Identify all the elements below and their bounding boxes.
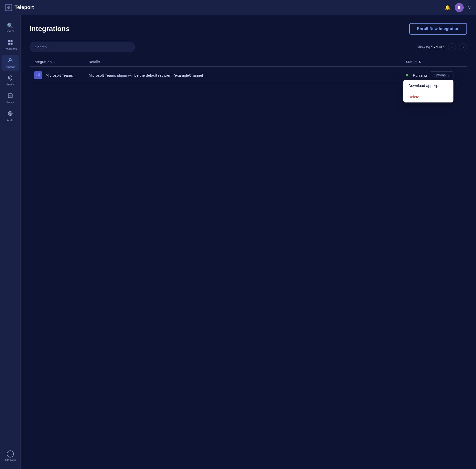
sidebar-item-audit[interactable]: Audit	[2, 108, 19, 124]
status-cell: Running Options ∨ Download app.zip	[402, 67, 467, 84]
table-body: Microsoft Teams Microsoft Teams plugin w…	[30, 67, 467, 84]
sidebar-item-identity[interactable]: Identity	[2, 73, 19, 88]
status-dot	[406, 74, 408, 76]
delete-item[interactable]: Delete...	[403, 91, 453, 102]
table-row: Microsoft Teams Microsoft Teams plugin w…	[30, 67, 467, 84]
search-icon: 🔍	[7, 23, 13, 29]
sidebar: 🔍 Search Resources	[0, 15, 21, 469]
download-app-zip-item[interactable]: Download app.zip	[403, 80, 453, 91]
svg-rect-6	[8, 94, 12, 98]
column-header-status[interactable]: Status ⇅	[402, 57, 467, 67]
app-name: Teleport	[15, 5, 34, 10]
logo-area: ⚙ Teleport	[5, 4, 34, 11]
sidebar-label-audit: Audit	[7, 119, 13, 122]
sidebar-label-resources: Resources	[4, 47, 17, 50]
svg-rect-3	[11, 43, 13, 45]
add-new-icon: +	[7, 450, 14, 457]
sidebar-label-identity: Identity	[6, 83, 15, 86]
status-text: Running	[413, 73, 427, 77]
audit-icon	[8, 111, 13, 118]
column-integration-label: Integration	[34, 60, 52, 64]
main-content: Integrations Enroll New Integration Show…	[21, 15, 476, 469]
pagination: Showing 1 - 1 of 1 ← →	[417, 43, 467, 51]
bell-icon[interactable]: 🔔	[444, 5, 451, 11]
svg-point-5	[10, 77, 11, 78]
svg-point-4	[9, 58, 11, 60]
svg-point-15	[39, 73, 40, 74]
pagination-next-button[interactable]: →	[459, 43, 467, 51]
sort-both-icon: ⇅	[419, 61, 421, 64]
svg-rect-0	[8, 40, 10, 42]
sidebar-item-search[interactable]: 🔍 Search	[2, 20, 19, 35]
sidebar-label-search: Search	[6, 30, 15, 33]
integration-name: Microsoft Teams	[46, 73, 73, 77]
options-button[interactable]: Options ∨	[430, 71, 453, 79]
column-header-details: Details	[85, 57, 402, 67]
pagination-prev-button[interactable]: ←	[448, 43, 456, 51]
identity-icon	[8, 75, 13, 82]
page-header: Integrations Enroll New Integration	[30, 23, 467, 35]
access-icon	[8, 57, 13, 64]
sidebar-item-resources[interactable]: Resources	[2, 37, 19, 53]
sort-asc-icon: ↑	[54, 61, 55, 64]
svg-rect-1	[11, 40, 13, 42]
sidebar-label-policy: Policy	[7, 101, 14, 104]
chevron-down-icon[interactable]: ∨	[468, 5, 471, 10]
user-avatar[interactable]: E	[455, 3, 464, 12]
details-cell: Microsoft Teams plugin will be the defau…	[85, 67, 402, 84]
table-header: Integration ↑ Details Status ⇅	[30, 57, 467, 67]
column-status-label: Status	[406, 60, 417, 64]
toolbar: Showing 1 - 1 of 1 ← →	[30, 42, 467, 52]
options-chevron-icon: ∨	[447, 73, 450, 77]
main-layout: 🔍 Search Resources	[0, 15, 476, 469]
gear-icon: ⚙	[7, 5, 10, 10]
logo-icon: ⚙	[5, 4, 12, 11]
policy-icon	[8, 93, 13, 100]
column-header-integration[interactable]: Integration ↑	[30, 57, 85, 67]
topnav: ⚙ Teleport 🔔 E ∨	[0, 0, 476, 15]
integration-details: Microsoft Teams plugin will be the defau…	[89, 73, 204, 77]
sidebar-item-add-new[interactable]: + Add New	[2, 448, 19, 464]
ms-teams-icon	[34, 71, 43, 80]
svg-rect-2	[8, 43, 10, 45]
enroll-new-integration-button[interactable]: Enroll New Integration	[409, 23, 467, 35]
resources-icon	[8, 40, 13, 46]
integration-cell: Microsoft Teams	[30, 67, 85, 84]
pagination-text: Showing 1 - 1 of 1	[417, 45, 445, 49]
sidebar-label-access: Access	[6, 65, 15, 68]
column-details-label: Details	[89, 60, 100, 64]
options-dropdown-menu: Download app.zip Delete...	[403, 80, 453, 102]
options-dropdown-container: Options ∨ Download app.zip Delete...	[430, 71, 453, 79]
sidebar-label-add-new: Add New	[5, 458, 16, 461]
svg-rect-17	[36, 75, 37, 76]
svg-point-16	[36, 73, 37, 75]
sidebar-item-access[interactable]: Access	[2, 55, 19, 71]
integrations-table: Integration ↑ Details Status ⇅	[30, 57, 467, 84]
options-label: Options	[434, 73, 446, 77]
search-input[interactable]	[30, 42, 135, 52]
topnav-actions: 🔔 E ∨	[444, 3, 471, 12]
page-title: Integrations	[30, 25, 70, 33]
sidebar-item-policy[interactable]: Policy	[2, 90, 19, 106]
